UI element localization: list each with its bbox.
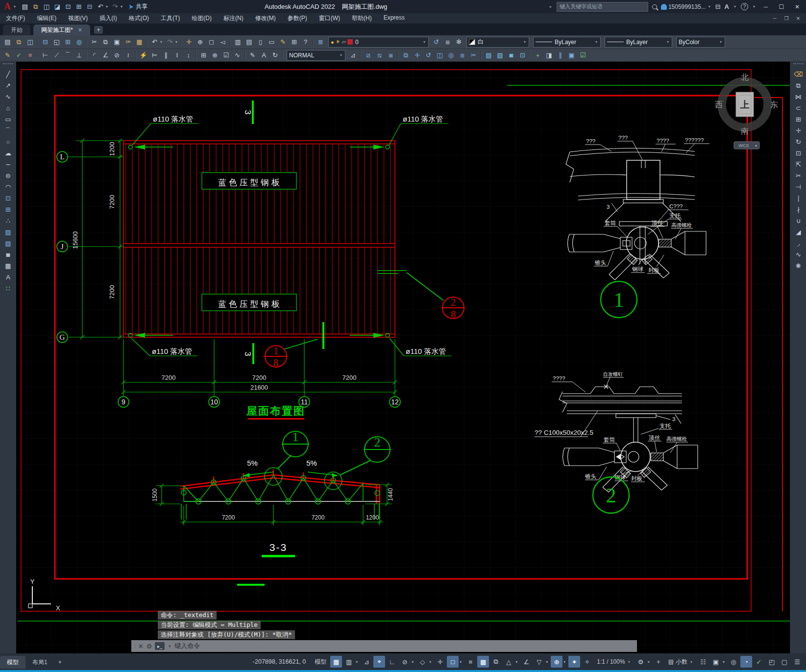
blend-curves-icon[interactable]: ∿ — [790, 249, 806, 260]
rectangle-icon[interactable]: ▭ — [0, 114, 16, 125]
dynamic-input-icon[interactable]: ⌖ — [373, 656, 385, 668]
drawing-canvas[interactable]: 蓝 色 压 型 钢 板 蓝 色 压 型 钢 板 ø110 落水管 ø110 落水… — [16, 62, 790, 653]
workspace-switching-icon[interactable]: ⚙ — [635, 656, 647, 668]
arc-icon[interactable]: ⌒ — [0, 125, 16, 136]
dim-style-dropdown[interactable]: NORMAL ▾ — [287, 50, 345, 61]
pan-icon[interactable]: ✛ — [183, 37, 195, 48]
dim-diameter-icon[interactable]: ⊘ — [111, 50, 122, 61]
isodraft-icon[interactable]: ◇ — [416, 656, 428, 668]
polar-tracking-dropdown-icon[interactable]: ▾ — [412, 660, 415, 664]
dim-arc-length-icon[interactable]: ⌒ — [62, 50, 73, 61]
cut-icon[interactable]: ✂ — [89, 37, 100, 48]
point-icon[interactable]: ∴ — [0, 215, 16, 226]
ortho-mode-icon[interactable]: ∟ — [386, 656, 398, 668]
offset-icon[interactable]: ⊂ — [790, 102, 806, 114]
doc-restore-button[interactable]: ❐ — [781, 15, 792, 23]
move-icon[interactable]: ✛ — [412, 50, 423, 61]
command-recent-chevron-icon[interactable]: ▾ — [169, 644, 171, 648]
group-edit-icon[interactable]: ☑ — [577, 50, 588, 61]
polar-tracking-icon[interactable]: ⊘ — [399, 656, 411, 668]
autocad-logo-icon[interactable]: A — [2, 2, 13, 12]
customization-icon[interactable]: ☰ — [791, 656, 803, 668]
minimize-button[interactable]: ─ — [760, 2, 772, 12]
publish-icon[interactable]: ⊞ — [73, 2, 84, 12]
command-input[interactable]: 键入命令 — [174, 642, 200, 650]
dim-break-icon[interactable]: ↕ — [183, 50, 194, 61]
menu-edit[interactable]: 编辑(E) — [31, 13, 62, 24]
lock-ui-icon[interactable]: ▣ — [710, 656, 722, 668]
add-selected-icon[interactable]: ＋ — [532, 50, 543, 61]
zoom-realtime-icon[interactable]: ⊕ — [195, 37, 206, 48]
dim-jogged-icon[interactable]: ≀ — [122, 50, 134, 61]
mtext-icon[interactable]: A — [0, 272, 16, 283]
redo-dropdown-icon[interactable]: ▾ — [121, 4, 124, 9]
trim-icon[interactable]: ✂ — [468, 50, 479, 61]
match-properties-icon[interactable]: ✑ — [122, 37, 134, 48]
command-wrench-icon[interactable]: ⚙ — [147, 643, 152, 650]
print-icon[interactable]: ⊟ — [40, 37, 51, 48]
copy-icon[interactable]: ⧉ — [400, 50, 412, 61]
viewcube-north[interactable]: 北 — [741, 73, 749, 81]
model-tab[interactable]: 模型 — [0, 656, 25, 669]
toolbar-grip[interactable] — [3, 63, 13, 68]
zoom-window-icon[interactable]: ◻ — [206, 37, 217, 48]
new-layout-button[interactable]: + — [54, 656, 66, 669]
quick-calc-icon[interactable]: ⊞ — [289, 37, 300, 48]
trusted-autoloader-icon[interactable]: ✓ — [753, 656, 765, 668]
polyline-icon[interactable]: ∿ — [0, 91, 16, 102]
isolate-objects-icon[interactable]: ◨ — [543, 50, 555, 61]
redo-icon[interactable]: ↷ — [110, 2, 121, 12]
search-expand-icon[interactable]: ▸ — [550, 4, 552, 9]
units-button[interactable]: ▤ 小数▾ — [665, 656, 696, 668]
dim-style-chevron-icon[interactable]: ▾ — [340, 53, 342, 57]
layer-previous-icon[interactable]: ↺ — [431, 37, 442, 48]
account-chevron-icon[interactable]: ▾ — [708, 4, 710, 9]
snap-mode-dropdown-icon[interactable]: ▾ — [356, 660, 360, 664]
ray-icon[interactable]: ↗ — [0, 80, 16, 91]
export-icon[interactable]: ⊡ — [63, 2, 73, 12]
object-snap-icon[interactable]: □ — [447, 656, 459, 668]
dim-update-icon[interactable]: ↻ — [269, 50, 281, 61]
draworder-above-icon[interactable]: ⧆ — [385, 50, 396, 61]
doc-minimize-button[interactable]: ─ — [769, 15, 781, 23]
transparency-icon[interactable]: ▩ — [477, 656, 489, 668]
dim-radius-icon[interactable]: ◜ — [89, 50, 100, 61]
annotation-scale-chevron-icon[interactable]: ▾ — [628, 660, 630, 664]
revision-cloud-icon[interactable]: ☁ — [0, 148, 16, 159]
block-editor-icon[interactable]: ▦ — [134, 37, 145, 48]
layer-lock-icon[interactable]: ▱ — [342, 39, 346, 45]
wcs-chevron-icon[interactable]: ▼ — [755, 144, 758, 148]
annotation-autoscale-icon[interactable]: ✧ — [581, 656, 593, 668]
gizmo-icon[interactable]: ⊕ — [551, 656, 562, 668]
autodesk-app-icon[interactable]: A — [725, 3, 729, 10]
insert-block-icon[interactable]: ⊡ — [0, 193, 16, 204]
osnap-3d-icon[interactable]: △ — [503, 656, 514, 668]
app-store-cart-icon[interactable]: ⊟ — [715, 3, 721, 10]
open-icon[interactable]: ⧉ — [30, 2, 41, 12]
user-avatar-icon[interactable] — [661, 4, 667, 10]
scale-icon[interactable]: ⊡ — [790, 148, 806, 159]
center-mark-icon[interactable]: ⊕ — [209, 50, 220, 61]
move-icon[interactable]: ✛ — [790, 125, 806, 136]
paste-icon[interactable]: ▣ — [111, 37, 122, 48]
clean-screen-icon[interactable]: ◰ — [766, 656, 778, 668]
units-chevron-icon[interactable]: ▾ — [690, 660, 692, 664]
hatch-icon[interactable]: ▨ — [0, 226, 16, 238]
save-as-icon[interactable]: ◪ — [52, 2, 63, 12]
dim-linear-icon[interactable]: ⊢ — [40, 50, 51, 61]
dim-inspect-icon[interactable]: ☑ — [220, 50, 232, 61]
tab-start[interactable]: 开始 — [3, 25, 30, 35]
command-bar-grip[interactable]: ⁞ — [134, 644, 135, 649]
redo-icon[interactable]: ↷ — [164, 37, 175, 48]
copy-icon[interactable]: ⧉ — [790, 80, 806, 91]
mirror-icon[interactable]: ◫ — [434, 50, 445, 61]
annotation-visibility-icon[interactable]: ✦ — [568, 656, 580, 668]
lineweight-dropdown[interactable]: ByLayer ▾ — [605, 37, 672, 48]
markup-icon[interactable]: ✎ — [277, 37, 289, 48]
dim-continue-icon[interactable]: ∥ — [160, 50, 171, 61]
dim-spacing-icon[interactable]: Ⅰ — [171, 50, 183, 61]
dim-edit-icon[interactable]: ✎ — [247, 50, 258, 61]
gizmo-dropdown-icon[interactable]: ▾ — [563, 660, 567, 664]
qdim-icon[interactable]: ⚡ — [138, 50, 149, 61]
annotation-scale-button[interactable]: 1:1 / 100%▾ — [594, 656, 634, 668]
